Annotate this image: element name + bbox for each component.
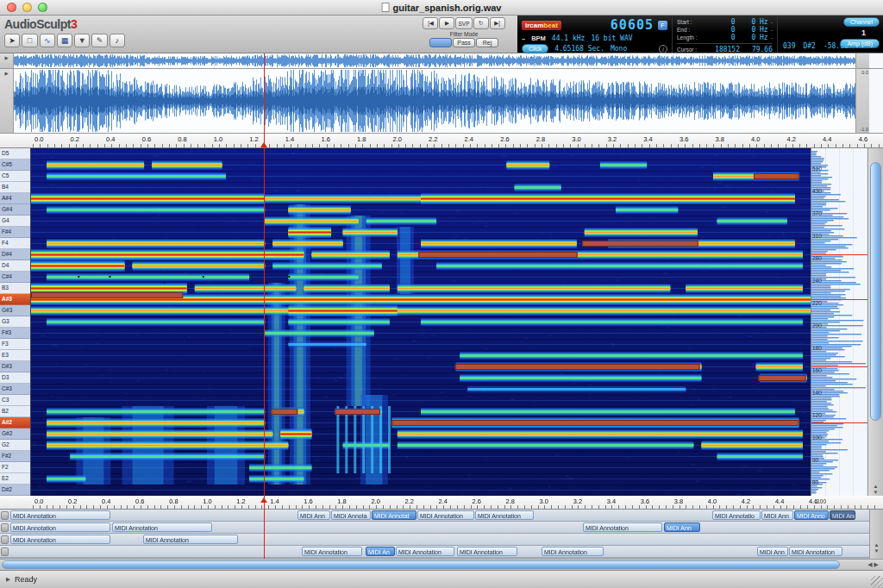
info-icon[interactable]: i	[659, 45, 667, 53]
midi-annotation-box[interactable]: MIDI Ann	[757, 547, 788, 556]
midi-annotation-box[interactable]: MIDI Anno	[794, 510, 829, 520]
midi-annotation-box[interactable]: MIDI Annotation	[583, 522, 662, 532]
note-label-f2: F2	[0, 462, 30, 473]
midi-annotation-box[interactable]: MIDI Annotation	[396, 547, 454, 556]
loop-button[interactable]: ↻	[473, 17, 489, 29]
status-disclosure-icon[interactable]: ▶	[6, 576, 10, 583]
time-tick-label: 0.6	[142, 135, 151, 143]
overview-waveform-canvas[interactable]	[14, 53, 855, 68]
note-label-gs2: G#2	[0, 428, 30, 440]
channels-value: Mono	[611, 45, 627, 53]
note-label-e3: E3	[0, 350, 30, 361]
time-tick-label: 3.0	[572, 135, 580, 143]
vertical-scroll-thumb[interactable]	[870, 162, 881, 421]
freq-scale-label: 100	[812, 435, 822, 441]
note-tool[interactable]: ♪	[110, 34, 125, 47]
sonogram-canvas[interactable]	[31, 148, 811, 496]
freq-scale-label: 120	[812, 412, 822, 418]
horizontal-scroll-thumb[interactable]	[2, 560, 840, 569]
close-button[interactable]	[7, 3, 16, 12]
filter-tool[interactable]: ▼	[74, 34, 90, 47]
midi-annotation-box[interactable]: MIDI Annotat	[372, 510, 416, 520]
midi-annotation-box[interactable]: MIDI An	[366, 547, 395, 556]
midi-annotation-box[interactable]: MIDI Annota	[331, 510, 371, 520]
bottom-time-ruler[interactable]: -100 0.00.20.40.60.81.01.21.41.61.82.02.…	[0, 496, 883, 510]
freq-scale-label: 90	[812, 457, 818, 463]
time-tick-label: 3.4	[643, 135, 652, 143]
midi-annotation-box[interactable]: MIDI Ann	[297, 510, 330, 520]
midi-annotation-box[interactable]: MIDI Annotation	[10, 510, 110, 520]
sonogram-tool[interactable]: ▦	[57, 34, 72, 47]
vertical-scroll-arrows[interactable]: ▲▼	[868, 484, 883, 495]
filter-mode-label: Filter Mode	[416, 31, 512, 37]
filter-mode-button-Pass[interactable]: Pass	[453, 38, 475, 47]
midi-annotation-box[interactable]: MIDI Ann	[761, 510, 793, 520]
annotation-row-handle[interactable]	[1, 547, 9, 556]
midi-annotation-box[interactable]: MIDI Ann	[664, 522, 700, 532]
horizontal-scrollbar[interactable]: ◀▶	[0, 559, 883, 570]
annotation-row-handle[interactable]	[1, 511, 9, 520]
click-button[interactable]: Click	[522, 44, 548, 53]
position-dash: -	[771, 27, 773, 33]
minimize-button[interactable]	[22, 3, 32, 12]
note-label-c3: C3	[0, 395, 30, 406]
status-text: Ready	[15, 575, 37, 584]
midi-annotation-box[interactable]: MIDI Annotation	[10, 535, 110, 544]
position-label: Start :	[677, 19, 706, 25]
overview-gutter[interactable]: ▶	[0, 53, 14, 68]
annotation-row: MIDI AnnotationMIDI AnMIDI AnnotationMID…	[0, 546, 869, 558]
annotation-row-handle[interactable]	[1, 535, 9, 544]
position-panel: Start :00 Hz-End :00 Hz-Length :00 Hz- C…	[673, 16, 778, 53]
resize-grip[interactable]	[871, 576, 883, 588]
info-panels: ircambeat 60605 F – BPM 44.1 kHz 16 bit …	[517, 16, 883, 53]
spectrum-panel: 5104303703102802402202001801601401201009…	[811, 148, 867, 496]
waveform-gutter[interactable]: ▶	[0, 69, 14, 133]
midi-annotation-box[interactable]: MIDI Annotation	[112, 522, 212, 532]
top-time-ruler[interactable]: 0.00.20.40.60.81.01.21.41.61.82.02.22.42…	[0, 134, 883, 148]
window-title-text: guitar_spanish.orig.wav	[393, 3, 502, 13]
waveform-canvas[interactable]	[14, 69, 855, 133]
midi-annotation-box[interactable]: MIDI Annotation	[457, 547, 517, 556]
time-tick-label: 3.8	[674, 497, 683, 505]
midi-annotation-box[interactable]: MIDI Annotation	[789, 547, 842, 556]
horizontal-scroll-arrows[interactable]: ◀▶	[867, 561, 880, 568]
time-tick-label: 0.2	[68, 497, 77, 505]
freq-scale-label: 200	[812, 322, 822, 328]
vertical-scrollbar[interactable]: ▲▼	[867, 148, 883, 496]
midi-annotation-box[interactable]: MIDI Annotat	[830, 510, 855, 520]
marquee-selection-tool[interactable]: □	[22, 34, 37, 47]
bitdepth-value: 16 bit WAV	[591, 34, 632, 42]
time-tick-label: 3.6	[641, 497, 649, 505]
filter-mode-button-blank[interactable]	[429, 38, 452, 47]
f-badge-button[interactable]: F	[658, 21, 667, 30]
pointer-tool[interactable]: ➤	[4, 34, 20, 47]
midi-annotation-box[interactable]: MIDI Annotation	[542, 547, 604, 556]
note-label-cs3: C#3	[0, 384, 30, 395]
svp-button[interactable]: SVP	[455, 17, 472, 29]
midi-annotation-box[interactable]: MIDI Annotation	[10, 522, 110, 532]
time-tick-label: 4.6	[859, 135, 867, 143]
freq-scale-label: 180	[812, 345, 822, 351]
waveform-tool[interactable]: ∿	[40, 34, 55, 47]
filter-mode-button-Rej[interactable]: Rej	[476, 38, 498, 47]
annotation-scrollbar[interactable]: ▲▼	[869, 510, 883, 559]
midi-annotation-box[interactable]: MIDI Annotation	[417, 510, 474, 520]
time-tick-label: 3.0	[540, 497, 548, 505]
midi-annotation-box[interactable]: MIDI Annotation	[475, 510, 534, 520]
disclosure-icon: ▶	[4, 71, 8, 76]
midi-annotation-box[interactable]: MIDI Annotation	[143, 535, 238, 544]
note-label-f3: F3	[0, 339, 30, 350]
midi-annotation-box[interactable]: MIDI Annotation	[302, 547, 362, 556]
time-tick-label: 2.0	[371, 497, 379, 505]
time-tick-label: 4.0	[751, 135, 760, 143]
note-label-g3: G3	[0, 316, 30, 328]
channel-button[interactable]: Channel	[843, 17, 880, 27]
pencil-tool[interactable]: ✎	[91, 34, 107, 47]
freq-scale-label: 220	[812, 300, 822, 306]
annotation-row-handle[interactable]	[1, 523, 9, 532]
go-start-button[interactable]: |◀	[423, 17, 438, 29]
play-button[interactable]: ▶	[439, 17, 454, 29]
zoom-button[interactable]	[38, 3, 47, 12]
go-end-button[interactable]: ▶|	[490, 17, 505, 29]
midi-annotation-box[interactable]: MIDI Annotatio	[712, 510, 761, 520]
